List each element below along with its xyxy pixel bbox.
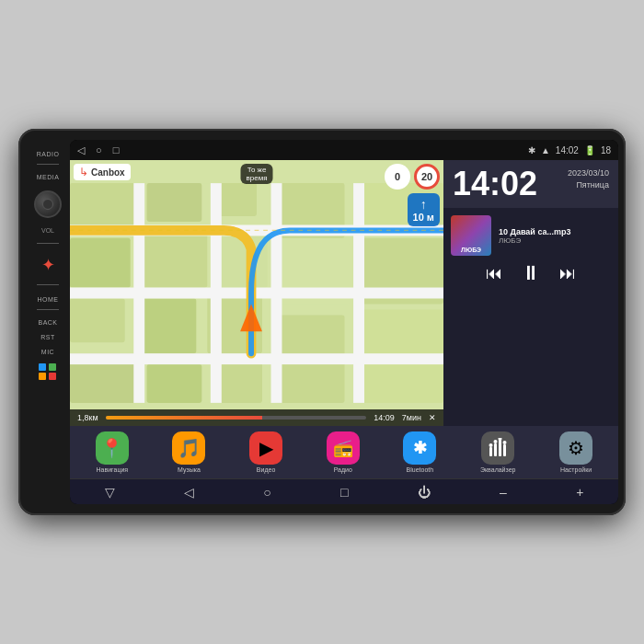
- svg-rect-15: [147, 364, 202, 403]
- divider-3: [37, 284, 59, 285]
- app-settings[interactable]: ⚙ Настройки: [559, 431, 592, 473]
- duration: 7мин: [402, 413, 421, 422]
- eta-time: 14:09: [374, 413, 395, 422]
- prev-track-button[interactable]: ⏮: [486, 264, 502, 283]
- svg-rect-29: [494, 443, 497, 456]
- settings-icon: ⚙: [568, 437, 584, 459]
- music-info: 10 Давай са...mp3 ЛЮБЭ: [499, 227, 611, 245]
- bottom-nav-bar: ▽ ◁ ○ □ ⏻ – +: [70, 478, 618, 504]
- radio-icon-bg: 📻: [327, 431, 360, 465]
- car-stereo-device: RADIO MEDIA VOL ✦ HOME BACK RST MIC: [18, 129, 626, 515]
- divider-1: [37, 164, 59, 165]
- music-controls: ⏮ ⏸ ⏭: [451, 261, 611, 285]
- app-equalizer[interactable]: Эквалайзер: [480, 431, 515, 473]
- music-title: 10 Давай са...mp3: [499, 227, 611, 236]
- progress-bar: [106, 416, 367, 420]
- status-bar: ◁ ○ □ ✱ ▲ 14:02 🔋 18: [70, 140, 618, 160]
- speed-indicators: 0 20: [385, 164, 440, 190]
- battery-icon: 🔋: [584, 145, 595, 155]
- svg-rect-21: [70, 353, 443, 364]
- equalizer-icon-bg: [481, 431, 514, 465]
- svg-rect-30: [499, 440, 501, 456]
- close-nav-button[interactable]: ✕: [429, 413, 436, 422]
- distance-box: ↑ 10 м: [408, 193, 440, 226]
- home-nav-icon[interactable]: ○: [96, 144, 102, 155]
- distance-remaining: 1,8км: [77, 413, 98, 422]
- app-navigation[interactable]: 📍 Навигация: [96, 431, 129, 473]
- svg-rect-9: [70, 298, 125, 342]
- nav-distance: 10 м: [413, 212, 434, 223]
- svg-rect-23: [211, 183, 222, 403]
- album-art: ЛЮБЭ: [451, 215, 491, 256]
- video-icon-bg: ▶: [249, 431, 282, 465]
- nav-icons: ◁ ○ □: [77, 144, 119, 156]
- speed-limit: 20: [414, 164, 440, 190]
- current-speed: 0: [385, 164, 410, 190]
- status-time: 14:02: [556, 145, 579, 155]
- video-icon: ▶: [259, 437, 273, 459]
- knob-center: [42, 199, 53, 210]
- volume-knob[interactable]: [34, 190, 62, 218]
- wifi-status-icon: ▲: [541, 145, 550, 155]
- svg-point-32: [489, 443, 493, 447]
- navigation-icon-bg: 📍: [96, 431, 129, 465]
- canbox-logo-badge: ↳ Canbox: [74, 164, 131, 180]
- side-controls-panel: RADIO MEDIA VOL ✦ HOME BACK RST MIC: [26, 140, 70, 504]
- radio-label: RADIO: [37, 151, 60, 157]
- nav-arrow: ↑: [413, 197, 434, 212]
- settings-label: Настройки: [560, 466, 592, 473]
- main-content-area: ↳ Canbox 0 20 То же время: [70, 160, 618, 426]
- info-panel: 14:02 2023/03/10 Пятница ЛЮБЭ: [443, 160, 618, 426]
- map-svg: [70, 160, 443, 426]
- music-label: Музыка: [178, 466, 201, 473]
- bottom-power-btn[interactable]: ⏻: [410, 485, 438, 500]
- equalizer-label: Эквалайзер: [480, 466, 515, 473]
- status-right: ✱ ▲ 14:02 🔋 18: [528, 145, 611, 155]
- canbox-text: Canbox: [91, 167, 125, 178]
- svg-rect-25: [353, 183, 364, 403]
- radio-icon: 📻: [333, 438, 353, 458]
- svg-rect-31: [503, 444, 506, 456]
- map-background: ↳ Canbox 0 20 То же время: [70, 160, 443, 426]
- navigation-icon: 📍: [100, 437, 123, 459]
- music-icon-bg: 🎵: [172, 431, 205, 465]
- bluetooth-status-icon: ✱: [528, 145, 535, 155]
- bottom-home-btn[interactable]: ○: [256, 485, 278, 500]
- svg-rect-4: [70, 238, 131, 288]
- svg-rect-22: [133, 183, 144, 403]
- svg-rect-24: [271, 183, 282, 403]
- app-music[interactable]: 🎵 Музыка: [172, 431, 205, 473]
- music-row: ЛЮБЭ 10 Давай са...mp3 ЛЮБЭ: [451, 215, 611, 256]
- music-icon: 🎵: [178, 437, 201, 459]
- clock-date-section: 2023/03/10 Пятница: [568, 167, 609, 190]
- bottom-recents-btn[interactable]: □: [333, 485, 355, 500]
- back-nav-icon[interactable]: ◁: [77, 144, 85, 156]
- svg-rect-28: [489, 447, 492, 456]
- bottom-plus-btn[interactable]: +: [569, 485, 591, 500]
- app-bluetooth[interactable]: ✱ Bluetooth: [403, 431, 436, 473]
- bottom-back-btn[interactable]: ▽: [98, 485, 122, 500]
- svg-point-34: [499, 438, 502, 441]
- next-track-button[interactable]: ⏭: [559, 264, 576, 283]
- svg-rect-2: [147, 183, 202, 222]
- play-pause-button[interactable]: ⏸: [521, 261, 541, 285]
- app-video[interactable]: ▶ Видео: [249, 431, 282, 473]
- apps-grid-icon[interactable]: [39, 363, 57, 380]
- mic-label: MIC: [41, 349, 54, 355]
- svg-point-35: [503, 441, 507, 444]
- map-bottom-bar: 1,8км 14:09 7мин ✕: [70, 409, 443, 426]
- bluetooth-icon-bg: ✱: [403, 431, 436, 465]
- day-text: Пятница: [568, 179, 609, 191]
- map-section[interactable]: ↳ Canbox 0 20 То же время: [70, 160, 443, 426]
- bottom-minus-btn[interactable]: –: [492, 485, 514, 500]
- track-title: Давай са...mp3: [511, 227, 571, 236]
- clock-display: 14:02: [453, 167, 537, 201]
- music-section: ЛЮБЭ 10 Давай са...mp3 ЛЮБЭ ⏮: [443, 208, 618, 426]
- bottom-prev-btn[interactable]: ◁: [177, 485, 201, 500]
- svg-rect-1: [70, 183, 136, 227]
- kite-icon: ✦: [41, 255, 55, 275]
- settings-icon-bg: ⚙: [559, 431, 592, 465]
- track-number: 10: [499, 227, 508, 236]
- app-radio[interactable]: 📻 Радио: [327, 431, 360, 473]
- recents-nav-icon[interactable]: □: [113, 144, 120, 155]
